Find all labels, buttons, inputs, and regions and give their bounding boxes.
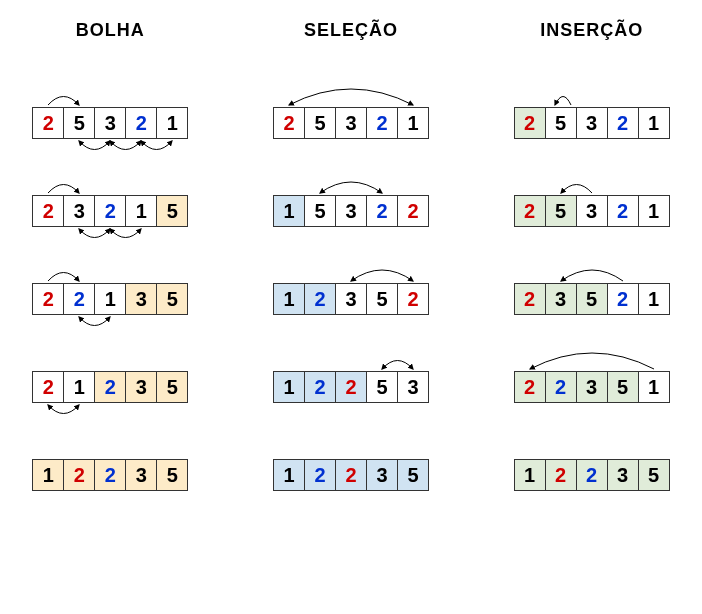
array-cell: 5	[638, 459, 670, 491]
array-cell: 2	[94, 371, 126, 403]
array-step: 15322	[251, 195, 452, 227]
array-cell: 3	[125, 371, 157, 403]
array-cell: 3	[576, 107, 608, 139]
array-cell: 3	[63, 195, 95, 227]
array-cell: 2	[32, 283, 64, 315]
array-cell: 3	[125, 283, 157, 315]
array-cell: 3	[366, 459, 398, 491]
array-cell: 5	[545, 195, 577, 227]
array-cell: 2	[304, 283, 336, 315]
array-cell: 1	[273, 195, 305, 227]
array-cell: 5	[576, 283, 608, 315]
array-cell: 2	[607, 107, 639, 139]
array-cell: 5	[397, 459, 429, 491]
array-cell: 1	[94, 283, 126, 315]
array-cell: 1	[32, 459, 64, 491]
array-cell: 2	[273, 107, 305, 139]
array-cell: 3	[576, 371, 608, 403]
column-header: SELEÇÃO	[251, 20, 452, 41]
array-cell: 2	[63, 459, 95, 491]
array-cell: 2	[545, 371, 577, 403]
array-row: 12235	[273, 459, 429, 491]
array-cell: 1	[638, 195, 670, 227]
array-cell: 1	[514, 459, 546, 491]
array-step: 12235	[10, 459, 211, 491]
array-cell: 2	[94, 459, 126, 491]
array-row: 25321	[273, 107, 429, 139]
array-row: 21235	[32, 371, 188, 403]
array-cell: 2	[304, 459, 336, 491]
array-row: 12253	[273, 371, 429, 403]
array-cell: 3	[397, 371, 429, 403]
array-cell: 1	[638, 107, 670, 139]
array-row: 22135	[32, 283, 188, 315]
array-cell: 1	[638, 371, 670, 403]
array-cell: 2	[304, 371, 336, 403]
array-step: 12352	[251, 283, 452, 315]
array-step: 23521	[491, 283, 692, 315]
array-step: 12235	[251, 459, 452, 491]
array-cell: 1	[397, 107, 429, 139]
array-cell: 3	[545, 283, 577, 315]
array-cell: 5	[304, 107, 336, 139]
array-cell: 2	[335, 459, 367, 491]
array-cell: 2	[335, 371, 367, 403]
array-cell: 2	[366, 195, 398, 227]
array-row: 23215	[32, 195, 188, 227]
array-cell: 2	[366, 107, 398, 139]
array-row: 23521	[514, 283, 670, 315]
array-row: 12352	[273, 283, 429, 315]
array-cell: 2	[514, 107, 546, 139]
array-cell: 1	[273, 459, 305, 491]
column-header: INSERÇÃO	[491, 20, 692, 41]
array-cell: 2	[397, 195, 429, 227]
array-cell: 2	[125, 107, 157, 139]
array-step: 12235	[491, 459, 692, 491]
array-cell: 5	[156, 195, 188, 227]
array-cell: 1	[273, 283, 305, 315]
array-step: 23215	[10, 195, 211, 227]
array-cell: 1	[638, 283, 670, 315]
array-row: 22351	[514, 371, 670, 403]
array-step: 25321	[251, 107, 452, 139]
array-cell: 3	[335, 195, 367, 227]
array-cell: 5	[607, 371, 639, 403]
array-cell: 3	[335, 107, 367, 139]
array-cell: 2	[397, 283, 429, 315]
array-row: 25321	[514, 107, 670, 139]
array-cell: 3	[576, 195, 608, 227]
column-header: BOLHA	[10, 20, 211, 41]
array-cell: 2	[32, 195, 64, 227]
array-row: 12235	[514, 459, 670, 491]
array-cell: 1	[156, 107, 188, 139]
array-row: 15322	[273, 195, 429, 227]
array-cell: 2	[63, 283, 95, 315]
array-cell: 5	[156, 371, 188, 403]
array-step: 22135	[10, 283, 211, 315]
array-cell: 2	[545, 459, 577, 491]
array-row: 12235	[32, 459, 188, 491]
array-cell: 1	[63, 371, 95, 403]
array-step: 25321	[491, 195, 692, 227]
array-cell: 3	[94, 107, 126, 139]
array-cell: 2	[32, 107, 64, 139]
array-cell: 3	[125, 459, 157, 491]
array-cell: 2	[607, 195, 639, 227]
array-cell: 2	[94, 195, 126, 227]
array-cell: 5	[366, 371, 398, 403]
array-cell: 2	[32, 371, 64, 403]
array-cell: 3	[335, 283, 367, 315]
array-cell: 5	[156, 459, 188, 491]
array-cell: 1	[273, 371, 305, 403]
array-cell: 5	[366, 283, 398, 315]
array-cell: 3	[607, 459, 639, 491]
array-cell: 2	[514, 371, 546, 403]
array-row: 25321	[32, 107, 188, 139]
array-cell: 2	[576, 459, 608, 491]
array-cell: 2	[514, 283, 546, 315]
array-cell: 5	[63, 107, 95, 139]
array-step: 22351	[491, 371, 692, 403]
array-step: 21235	[10, 371, 211, 403]
array-row: 25321	[514, 195, 670, 227]
array-cell: 5	[156, 283, 188, 315]
